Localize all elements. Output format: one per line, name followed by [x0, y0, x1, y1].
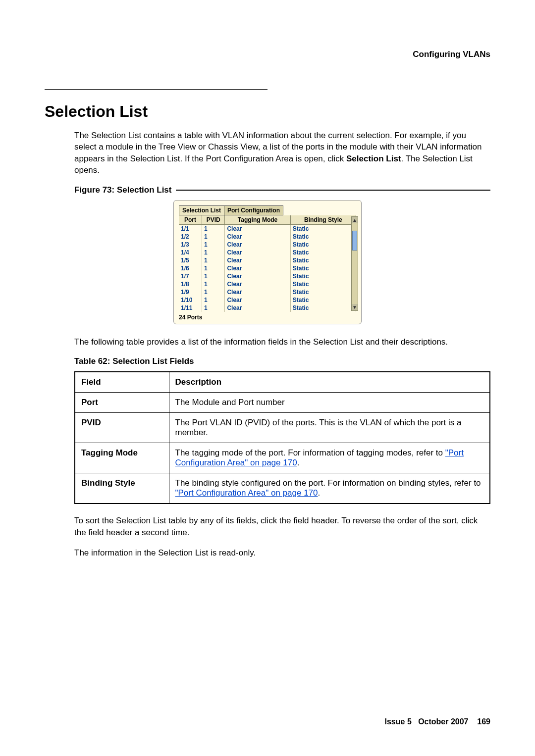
- scroll-up-icon[interactable]: ▲: [352, 217, 358, 223]
- table-row: 1/71ClearStatic: [179, 272, 356, 280]
- table-row: 1/41ClearStatic: [179, 249, 356, 256]
- scroll-down-icon[interactable]: ▼: [352, 304, 358, 310]
- panel-tabs: Selection List Port Configuration: [179, 205, 356, 215]
- cell-port: 1/5: [179, 256, 202, 264]
- cell-binding: Static: [290, 264, 356, 272]
- table-row: 1/31ClearStatic: [179, 241, 356, 249]
- closing-paragraph-1: To sort the Selection List table by any …: [74, 515, 490, 538]
- fields-header-row: Field Description: [75, 372, 490, 393]
- cell-binding: Static: [290, 304, 356, 312]
- section-title: Selection List: [45, 102, 490, 121]
- cell-binding: Static: [290, 272, 356, 280]
- table-row: 1/91ClearStatic: [179, 288, 356, 296]
- cell-tagging: Clear: [225, 280, 290, 288]
- cell-pvid: 1: [202, 256, 224, 264]
- table-row: 1/111ClearStatic: [179, 304, 356, 312]
- field-name: Tagging Mode: [75, 443, 169, 473]
- col-header-field: Field: [75, 372, 169, 393]
- cell-tagging: Clear: [225, 304, 290, 312]
- panel-footer-count: 24 Ports: [179, 314, 356, 321]
- cell-tagging: Clear: [225, 264, 290, 272]
- cell-port: 1/11: [179, 304, 202, 312]
- desc-link[interactable]: "Port Configuration Area" on page 170: [175, 488, 318, 498]
- col-header-port[interactable]: Port: [179, 215, 202, 225]
- cell-tagging: Clear: [225, 272, 290, 280]
- cell-pvid: 1: [202, 296, 224, 304]
- field-name: PVID: [75, 413, 169, 443]
- table-header-row: Port PVID Tagging Mode Binding Style: [179, 215, 356, 225]
- cell-port: 1/10: [179, 296, 202, 304]
- footer-issue: Issue 5: [385, 717, 412, 726]
- cell-binding: Static: [290, 296, 356, 304]
- col-header-binding[interactable]: Binding Style: [290, 215, 356, 225]
- scroll-thumb[interactable]: [352, 231, 357, 251]
- fields-row: Tagging Mode The tagging mode of the por…: [75, 443, 490, 473]
- col-header-description: Description: [169, 372, 490, 393]
- table-caption: Table 62: Selection List Fields: [74, 356, 490, 366]
- field-desc: The tagging mode of the port. For inform…: [169, 443, 490, 473]
- cell-pvid: 1: [202, 249, 224, 256]
- cell-binding: Static: [290, 249, 356, 256]
- cell-pvid: 1: [202, 272, 224, 280]
- desc-pre: The binding style configured on the port…: [175, 478, 481, 488]
- fields-row: Binding Style The binding style configur…: [75, 473, 490, 504]
- fields-row: PVID The Port VLAN ID (PVID) of the port…: [75, 413, 490, 443]
- field-name: Binding Style: [75, 473, 169, 504]
- cell-pvid: 1: [202, 264, 224, 272]
- cell-tagging: Clear: [225, 249, 290, 256]
- cell-binding: Static: [290, 233, 356, 241]
- page-header-breadcrumb: Configuring VLANs: [45, 50, 490, 59]
- table-row: 1/101ClearStatic: [179, 296, 356, 304]
- cell-pvid: 1: [202, 280, 224, 288]
- cell-port: 1/3: [179, 241, 202, 249]
- after-figure-text: The following table provides a list of t…: [74, 336, 490, 348]
- cell-pvid: 1: [202, 224, 224, 233]
- cell-tagging: Clear: [225, 256, 290, 264]
- table-row: 1/61ClearStatic: [179, 264, 356, 272]
- field-desc: The Module and Port number: [169, 393, 490, 413]
- cell-port: 1/1: [179, 224, 202, 233]
- cell-binding: Static: [290, 256, 356, 264]
- table-row: 1/21ClearStatic: [179, 233, 356, 241]
- field-desc: The Port VLAN ID (PVID) of the ports. Th…: [169, 413, 490, 443]
- cell-binding: Static: [290, 224, 356, 233]
- cell-port: 1/4: [179, 249, 202, 256]
- cell-binding: Static: [290, 280, 356, 288]
- tab-port-configuration[interactable]: Port Configuration: [224, 205, 283, 215]
- figure-rule: [176, 190, 491, 191]
- intro-bold: Selection List: [346, 154, 401, 163]
- cell-pvid: 1: [202, 304, 224, 312]
- table-row: 1/81ClearStatic: [179, 280, 356, 288]
- table-row: 1/11ClearStatic: [179, 224, 356, 233]
- tab-selection-list[interactable]: Selection List: [179, 205, 224, 215]
- cell-binding: Static: [290, 241, 356, 249]
- cell-port: 1/6: [179, 264, 202, 272]
- cell-tagging: Clear: [225, 241, 290, 249]
- footer-page: 169: [477, 717, 490, 726]
- page-footer: Issue 5 October 2007 169: [385, 717, 490, 726]
- cell-pvid: 1: [202, 241, 224, 249]
- col-header-pvid[interactable]: PVID: [202, 215, 224, 225]
- closing-paragraph-2: The information in the Selection List is…: [74, 547, 490, 558]
- desc-post: .: [318, 488, 321, 498]
- cell-binding: Static: [290, 288, 356, 296]
- cell-pvid: 1: [202, 233, 224, 241]
- cell-port: 1/7: [179, 272, 202, 280]
- section-rule: [45, 89, 268, 90]
- selection-list-panel: Selection List Port Configuration Port P…: [173, 200, 362, 324]
- col-header-tagging[interactable]: Tagging Mode: [225, 215, 290, 225]
- selection-list-table: Port PVID Tagging Mode Binding Style 1/1…: [179, 215, 356, 312]
- table-row: 1/51ClearStatic: [179, 256, 356, 264]
- cell-port: 1/8: [179, 280, 202, 288]
- cell-tagging: Clear: [225, 233, 290, 241]
- scrollbar[interactable]: ▲ ▼: [351, 216, 358, 311]
- field-desc: The binding style configured on the port…: [169, 473, 490, 504]
- cell-tagging: Clear: [225, 288, 290, 296]
- desc-pre: The Module and Port number: [175, 398, 285, 407]
- cell-tagging: Clear: [225, 224, 290, 233]
- cell-port: 1/9: [179, 288, 202, 296]
- cell-pvid: 1: [202, 288, 224, 296]
- fields-table: Field Description Port The Module and Po…: [74, 371, 490, 504]
- desc-post: .: [297, 458, 300, 467]
- field-name: Port: [75, 393, 169, 413]
